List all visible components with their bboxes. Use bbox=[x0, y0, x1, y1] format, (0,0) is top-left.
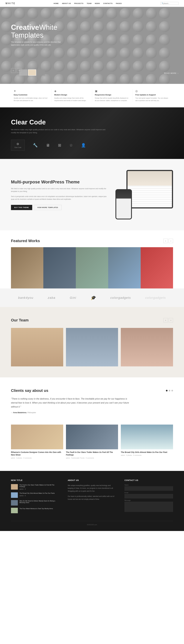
brand-3: Gini bbox=[70, 296, 76, 300]
team-header: Our Team ‹ › bbox=[11, 318, 173, 322]
hero-thumb-1[interactable] bbox=[19, 70, 27, 76]
blog-card-2: The Fault in Our Stars Trailer Makes Us … bbox=[66, 424, 118, 460]
footer-name-label: Name bbox=[124, 484, 173, 486]
team-photo-1 bbox=[11, 328, 63, 366]
hero-prev-button[interactable]: ‹ bbox=[11, 68, 16, 73]
brand-1: bank4you bbox=[18, 296, 33, 300]
nav-news[interactable]: NEWS bbox=[95, 2, 100, 4]
work-item-5[interactable] bbox=[141, 247, 173, 288]
feature-title-3: Responsive Design bbox=[95, 94, 130, 96]
user-icon: 👤 bbox=[81, 143, 86, 148]
responsive-icon: ▣ bbox=[95, 89, 130, 93]
dot-1[interactable] bbox=[166, 390, 168, 392]
nav-team[interactable]: TEAM bbox=[87, 2, 92, 4]
brand-6: colorgadgets bbox=[145, 296, 166, 300]
works-next-button[interactable]: › bbox=[169, 239, 173, 243]
work-item-3[interactable] bbox=[76, 247, 108, 288]
clear-code-section: Clear Code We tried to make very high qu… bbox=[0, 108, 184, 159]
navigation: W H I T E HOME ABOUT US PROJECTS TEAM NE… bbox=[0, 0, 184, 7]
footer-thumb-3 bbox=[11, 500, 18, 506]
work-item-4[interactable] bbox=[108, 247, 141, 288]
clients-say-section: Clients say about us "There is nothing s… bbox=[0, 378, 184, 424]
footer-news-col: New title The Fault in Our Stars Trailer… bbox=[11, 479, 60, 516]
footer-message-input[interactable] bbox=[124, 502, 173, 512]
nav-about[interactable]: ABOUT US bbox=[62, 2, 71, 4]
chevron-right-icon: › bbox=[178, 72, 179, 74]
footer-about-col: About us We unique everything gratifies,… bbox=[68, 479, 116, 516]
work-item-2[interactable] bbox=[43, 247, 76, 288]
team-member-1 bbox=[11, 328, 63, 366]
team-member-3 bbox=[121, 328, 173, 366]
clients-say-header: Clients say about us bbox=[11, 388, 173, 393]
feature-responsive: ▣ Responsive Design Design that will be … bbox=[92, 89, 133, 102]
multipurpose-text-1: We tried to make very high quality produ… bbox=[11, 187, 107, 193]
footer-bottom: DODOOR.com bbox=[11, 521, 173, 526]
brands-section: bank4you zaba Gini 🎓 colorgadgets colorg… bbox=[0, 288, 184, 307]
blog-grid: Rihanna's Costume Designer Comes Into Hi… bbox=[11, 424, 173, 460]
footer-name-input[interactable] bbox=[124, 486, 173, 491]
nav-projects[interactable]: PROJECTS bbox=[74, 2, 83, 4]
footer-email-label: Email bbox=[124, 492, 173, 494]
multipurpose-text-2: Sed ut perspiciatis unde omnis iste natu… bbox=[11, 195, 107, 201]
footer-thumb-2 bbox=[11, 492, 18, 498]
team-prev-button[interactable]: ‹ bbox=[164, 318, 168, 322]
feature-text-3: Design that will be equally beautifully … bbox=[95, 97, 130, 102]
footer-news-text-3: Why Do We Need to Deliver Mandy Davis fo… bbox=[19, 500, 60, 504]
feature-title-2: Modern Design bbox=[54, 94, 89, 96]
footer-news-item-2: The Broad City Girls Almost Make Us Pee … bbox=[11, 492, 60, 498]
view-templates-button[interactable]: VIEW MORE TEMPLATES bbox=[34, 205, 62, 210]
dot-2[interactable] bbox=[169, 390, 170, 392]
clear-code-subtitle: We tried to make very high quality produ… bbox=[11, 128, 107, 134]
footer-news-text-1: The Fault in Our Stars Trailer Makes Us … bbox=[19, 484, 60, 490]
footer-contact-title: Contact Us bbox=[124, 479, 173, 481]
footer-email-input[interactable] bbox=[124, 494, 173, 498]
tablet-device bbox=[126, 170, 173, 208]
support-icon: ◎ bbox=[135, 89, 170, 93]
team-title: Our Team bbox=[11, 318, 29, 322]
design-icon: ◈ bbox=[54, 89, 89, 93]
blog-meta-3: admin · 0 photos · 0 comments bbox=[121, 454, 173, 456]
blog-title-3: The Broad City Girls Almost Make Us Pee … bbox=[121, 451, 173, 454]
blog-card-3: The Broad City Girls Almost Make Us Pee … bbox=[121, 424, 173, 460]
clients-say-dots bbox=[166, 390, 173, 392]
team-photo-3 bbox=[121, 328, 173, 366]
works-header: Featured Works ‹ › bbox=[11, 239, 173, 243]
footer-grid: New title The Fault in Our Stars Trailer… bbox=[11, 479, 173, 516]
footer-news-text-2: The Broad City Girls Almost Make Us Pee … bbox=[19, 492, 55, 497]
footer-message-label: Message bbox=[124, 500, 173, 501]
footer-news-title: New title bbox=[11, 479, 60, 481]
footer-news-text-4: The Four Week Workout to Tank Top Worthy… bbox=[19, 508, 53, 510]
search-input[interactable] bbox=[164, 2, 177, 4]
clients-say-quote: "There is nothing scary in the darkness,… bbox=[11, 397, 134, 409]
hero-thumb-2[interactable] bbox=[28, 70, 36, 76]
brand-2: zaba bbox=[48, 296, 56, 300]
dot-3[interactable] bbox=[171, 390, 173, 392]
nav-contacts[interactable]: CONTACTS bbox=[103, 2, 112, 4]
hero-thumb-3[interactable] bbox=[37, 70, 45, 76]
team-photo-2 bbox=[66, 328, 118, 366]
layers-icon: ⊞ bbox=[58, 143, 61, 148]
blog-image-1 bbox=[11, 424, 63, 449]
hero-readmore-button[interactable]: READ MORE › bbox=[164, 72, 179, 74]
buy-theme-button[interactable]: BUY THIS THEME bbox=[11, 205, 32, 210]
hero-subtitle: The template is suitable for any company… bbox=[11, 41, 63, 46]
works-prev-button[interactable]: ‹ bbox=[164, 239, 168, 243]
search-box: 🔍 bbox=[160, 2, 179, 5]
works-title: Featured Works bbox=[11, 239, 40, 243]
work-item-1[interactable] bbox=[11, 247, 43, 288]
nav-pages[interactable]: PAGES bbox=[116, 2, 122, 4]
device-mockup bbox=[115, 170, 173, 220]
hero-thumbnails bbox=[19, 70, 45, 76]
blog-title-2: The Fault in Our Stars Trailer Makes Us … bbox=[66, 451, 118, 456]
nav-home[interactable]: HOME bbox=[54, 2, 59, 4]
clear-code-icons: ⚙ Clear Code 🔧 🖥 ⊞ ☆ 👤 bbox=[11, 140, 173, 151]
blog-section: Rihanna's Costume Designer Comes Into Hi… bbox=[0, 424, 184, 471]
feature-modern-design: ◈ Modern Design Quality and unique desig… bbox=[52, 89, 92, 102]
team-next-button[interactable]: › bbox=[169, 318, 173, 322]
our-team-section: Our Team ‹ › bbox=[0, 307, 184, 378]
features-section: ✦ Easy Customize Quality and very comfor… bbox=[0, 84, 184, 108]
brand-4: 🎓 bbox=[91, 295, 96, 300]
footer-thumb-4 bbox=[11, 508, 18, 513]
feature-title-4: Free Updates & Support bbox=[135, 94, 170, 96]
clear-code-widget[interactable]: ⚙ Clear Code bbox=[11, 140, 25, 151]
